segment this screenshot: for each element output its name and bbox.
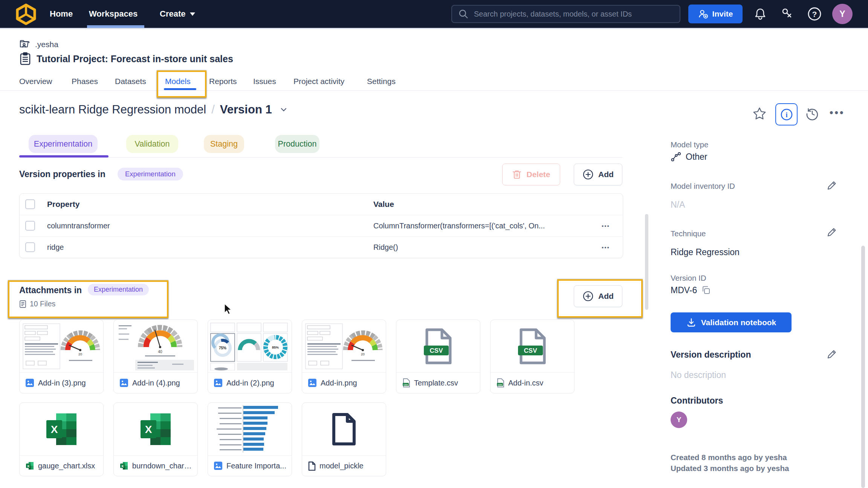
edit-inventory-icon[interactable] xyxy=(826,179,838,191)
row-menu-icon[interactable]: ••• xyxy=(589,244,623,251)
project-title[interactable]: Tutorial Project: Forecast in-store unit… xyxy=(37,54,233,64)
user-avatar[interactable]: Y xyxy=(832,4,853,24)
project-clipboard-icon xyxy=(19,52,31,66)
property-name: ridge xyxy=(47,243,373,252)
attachment-thumbnail: 20 xyxy=(20,320,103,373)
caret-down-icon xyxy=(190,12,195,16)
attachment-thumbnail xyxy=(302,403,386,456)
mouse-cursor xyxy=(223,303,234,316)
search-input[interactable] xyxy=(469,10,680,18)
favorite-star-icon[interactable] xyxy=(752,106,767,121)
stage-divider xyxy=(19,157,622,158)
experimentation-active-indicator xyxy=(19,155,108,158)
svg-text:85%: 85% xyxy=(272,346,279,349)
attachment-name: Add-in.png xyxy=(321,379,357,387)
attachments-heading: Attachments in xyxy=(19,285,82,295)
svg-text:20: 20 xyxy=(361,352,365,356)
svg-text:X: X xyxy=(121,464,124,468)
image-file-icon xyxy=(308,378,317,387)
contributors-label: Contributors xyxy=(671,396,723,406)
tab-project-activity[interactable]: Project activity xyxy=(293,72,344,90)
app-logo-icon[interactable] xyxy=(15,3,37,25)
stage-tab-validation[interactable]: Validation xyxy=(126,135,178,153)
image-file-icon xyxy=(214,461,223,470)
plus-circle-icon xyxy=(582,291,594,302)
attachment-name: Add-in (3).png xyxy=(38,379,86,387)
help-icon[interactable]: ? xyxy=(807,6,822,22)
breadcrumb[interactable]: .yesha xyxy=(19,39,58,50)
page-scrollbar[interactable] xyxy=(861,246,865,488)
stage-tab-experimentation[interactable]: Experimentation xyxy=(29,135,98,153)
nav-bottom-strip xyxy=(0,28,868,29)
attachment-name: Feature Importa... xyxy=(226,462,286,470)
more-actions-icon[interactable]: ••• xyxy=(830,107,845,119)
tab-issues[interactable]: Issues xyxy=(253,72,276,90)
attachment-card[interactable]: 20 Add-in (3).png xyxy=(19,320,104,393)
svg-text:?: ? xyxy=(812,10,817,18)
stage-tab-production[interactable]: Production xyxy=(275,135,319,153)
invite-button[interactable]: Invite xyxy=(688,5,743,23)
technique-label: Technique xyxy=(671,229,706,238)
attachments-stage-badge: Experimentation xyxy=(88,284,149,295)
select-all-checkbox[interactable] xyxy=(25,199,35,209)
delete-button[interactable]: Delete xyxy=(502,164,560,185)
tab-settings[interactable]: Settings xyxy=(367,72,396,90)
created-meta: Created 8 months ago by yesha xyxy=(671,453,787,462)
attachment-thumbnail: X xyxy=(20,403,103,456)
nav-link-workspaces[interactable]: Workspaces xyxy=(89,0,138,28)
plus-circle-icon xyxy=(582,169,594,180)
row-checkbox[interactable] xyxy=(25,242,35,252)
workspaces-active-indicator xyxy=(87,25,144,28)
nav-link-home[interactable]: Home xyxy=(50,0,73,28)
table-row: columntransformer ColumnTransformer(tran… xyxy=(20,215,623,237)
attachment-card[interactable]: model_pickle xyxy=(302,402,386,476)
attachment-name: Template.csv xyxy=(414,379,458,387)
trash-icon xyxy=(512,169,522,180)
api-key-icon[interactable] xyxy=(780,7,794,21)
svg-text:20: 20 xyxy=(78,352,82,356)
add-attachment-button[interactable]: Add xyxy=(574,285,622,307)
add-property-button[interactable]: Add xyxy=(574,164,622,185)
attachment-card[interactable]: X X burndown_chart... xyxy=(113,402,198,476)
model-version-page: Home Workspaces Create Invite xyxy=(0,0,868,488)
attachment-name: burndown_chart... xyxy=(132,462,192,470)
tab-overview[interactable]: Overview xyxy=(19,72,52,90)
breadcrumb-owner[interactable]: .yesha xyxy=(35,40,58,49)
property-name: columntransformer xyxy=(47,222,373,230)
global-search xyxy=(451,5,680,23)
attachment-card[interactable]: 40 Add-in (4).png xyxy=(113,320,198,393)
attachment-name: Add-in (2).png xyxy=(226,379,274,387)
info-panel-toggle[interactable]: i xyxy=(775,103,798,125)
tab-reports[interactable]: Reports xyxy=(209,72,237,90)
column-header-property: Property xyxy=(47,200,373,209)
history-icon[interactable] xyxy=(805,106,820,121)
version-description-label: Version description xyxy=(671,350,751,360)
table-row: ridge Ridge() ••• xyxy=(20,237,623,258)
notifications-bell-icon[interactable] xyxy=(753,7,767,21)
attachment-name: Add-in.csv xyxy=(508,379,543,387)
attachment-card[interactable]: 20 Add-in.png xyxy=(302,320,386,393)
tab-phases[interactable]: Phases xyxy=(72,72,98,90)
attachment-card[interactable]: X X gauge_chart.xlsx xyxy=(19,402,104,476)
technique-value: Ridge Regression xyxy=(671,247,740,257)
attachment-card[interactable]: CSV CSV Add-in.csv xyxy=(490,320,575,393)
attachment-thumbnail xyxy=(208,403,292,456)
content-scrollbar[interactable] xyxy=(645,214,648,310)
row-checkbox[interactable] xyxy=(25,221,35,231)
model-type-icon xyxy=(671,151,681,162)
validation-notebook-button[interactable]: Validation notebook xyxy=(671,312,792,332)
edit-description-icon[interactable] xyxy=(826,348,838,360)
contributor-avatar[interactable]: Y xyxy=(671,412,687,428)
row-menu-icon[interactable]: ••• xyxy=(589,223,623,229)
edit-technique-icon[interactable] xyxy=(826,226,838,238)
svg-text:40: 40 xyxy=(158,350,162,354)
version-chevron-down-icon[interactable] xyxy=(279,105,289,115)
nav-link-create[interactable]: Create xyxy=(160,0,195,28)
stage-tab-staging[interactable]: Staging xyxy=(204,135,244,153)
attachment-card[interactable]: CSV CSV Template.csv xyxy=(396,320,480,393)
copy-icon[interactable] xyxy=(701,285,711,295)
tab-datasets[interactable]: Datasets xyxy=(115,72,146,90)
attachment-thumbnail: X xyxy=(114,403,197,456)
attachment-card[interactable]: Feature Importa... xyxy=(208,402,292,476)
attachment-card[interactable]: 75% 85% Add-in (2). xyxy=(208,320,292,393)
